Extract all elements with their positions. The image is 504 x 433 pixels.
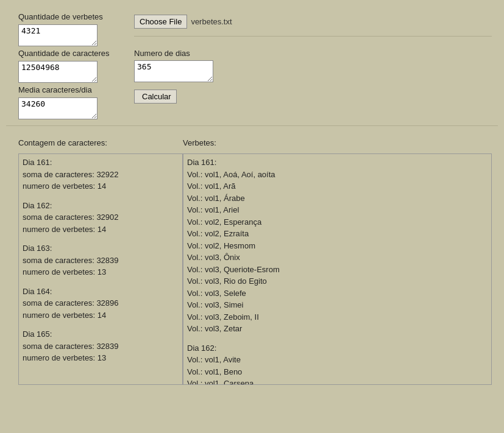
- verbete-entry: Vol.: vol1, Carsena: [187, 378, 488, 385]
- day-block-right: Dia 162:Vol.: vol1, AviteVol.: vol1, Ben…: [187, 342, 488, 385]
- day-header: Dia 165:: [23, 328, 179, 340]
- numero: numero de verbetes: 14: [23, 309, 179, 322]
- file-name-display: verbetes.txt: [191, 17, 232, 26]
- day-block-left: Dia 164:soma de caracteres: 32896numero …: [23, 286, 179, 322]
- media-input[interactable]: [18, 97, 98, 119]
- verbete-entry: Vol.: vol3, Ônix: [187, 252, 488, 264]
- soma: soma de caracteres: 32902: [23, 211, 179, 224]
- top-section: Quantidade de verbetes Quantidade de car…: [6, 6, 498, 126]
- day-block-left: Dia 162:soma de caracteres: 32902numero …: [23, 200, 179, 236]
- verbete-entry: Vol.: vol3, Queriote-Esrom: [187, 264, 488, 276]
- left-inputs: Quantidade de verbetes Quantidade de car…: [18, 12, 122, 119]
- verbete-entry: Vol.: vol3, Selefe: [187, 287, 488, 300]
- bottom-section: Contagem de caracteres: Dia 161:soma de …: [6, 132, 498, 391]
- day-block-left: Dia 163:soma de caracteres: 32839numero …: [23, 242, 179, 278]
- quantidade-verbetes-input[interactable]: [18, 24, 98, 46]
- quantidade-caracteres-label: Quantidade de caracteres: [18, 49, 122, 58]
- verbete-entry: Vol.: vol1, Avite: [187, 354, 488, 366]
- verbete-entry: Vol.: vol3, Rio do Egito: [187, 275, 488, 287]
- calcular-button[interactable]: Calcular: [134, 90, 177, 104]
- verbete-entry: Vol.: vol2, Esperança: [187, 216, 488, 228]
- right-section: Choose File verbetes.txt Numero de dias …: [134, 12, 492, 119]
- soma: soma de caracteres: 32839: [23, 255, 179, 267]
- day-header: Dia 162:: [187, 342, 488, 354]
- numero-dias-input[interactable]: [134, 60, 213, 82]
- right-col: Verbetes: Dia 161:Vol.: vol1, Aoá, Aoí, …: [183, 138, 492, 385]
- contagem-scroll[interactable]: Dia 161:soma de caracteres: 32922numero …: [18, 153, 183, 385]
- numero: numero de verbetes: 14: [23, 224, 179, 236]
- numero: numero de verbetes: 13: [23, 352, 179, 364]
- quantidade-verbetes-label: Quantidade de verbetes: [18, 12, 122, 21]
- day-header: Dia 164:: [23, 286, 179, 298]
- numero-dias-label: Numero de dias: [134, 49, 492, 58]
- verbete-entry: Vol.: vol2, Hesmom: [187, 240, 488, 252]
- verbetes-scroll[interactable]: Dia 161:Vol.: vol1, Aoá, Aoí, aoítaVol.:…: [183, 153, 492, 385]
- file-divider: [134, 36, 492, 37]
- numero: numero de verbetes: 13: [23, 266, 179, 278]
- verbete-entry: Vol.: vol3, Zeboim, II: [187, 311, 488, 323]
- verbete-entry: Vol.: vol3, Simei: [187, 299, 488, 311]
- day-block-left: Dia 161:soma de caracteres: 32922numero …: [23, 157, 179, 192]
- dias-section: Numero de dias: [134, 46, 492, 82]
- day-block-right: Dia 161:Vol.: vol1, Aoá, Aoí, aoítaVol.:…: [187, 157, 488, 335]
- day-header: Dia 163:: [23, 242, 179, 255]
- day-block-left: Dia 165:soma de caracteres: 32839numero …: [23, 328, 179, 364]
- day-header: Dia 161:: [23, 157, 179, 169]
- media-label: Media caracteres/dia: [18, 85, 122, 94]
- day-header: Dia 161:: [187, 157, 488, 169]
- soma: soma de caracteres: 32922: [23, 169, 179, 181]
- quantidade-caracteres-input[interactable]: [18, 61, 98, 83]
- choose-file-button[interactable]: Choose File: [134, 15, 187, 29]
- contagem-title: Contagem de caracteres:: [18, 138, 183, 147]
- verbete-entry: Vol.: vol1, Beno: [187, 366, 488, 378]
- numero: numero de verbetes: 14: [23, 180, 179, 192]
- verbete-entry: Vol.: vol1, Arã: [187, 180, 488, 192]
- soma: soma de caracteres: 32896: [23, 297, 179, 309]
- verbete-entry: Vol.: vol1, Ariel: [187, 204, 488, 216]
- day-header: Dia 162:: [23, 200, 179, 212]
- file-row: Choose File verbetes.txt: [134, 12, 492, 29]
- left-col: Contagem de caracteres: Dia 161:soma de …: [18, 138, 183, 385]
- verbete-entry: Vol.: vol3, Zetar: [187, 323, 488, 335]
- soma: soma de caracteres: 32839: [23, 340, 179, 353]
- verbetes-title: Verbetes:: [183, 138, 492, 147]
- verbete-entry: Vol.: vol1, Árabe: [187, 192, 488, 205]
- verbete-entry: Vol.: vol2, Ezraíta: [187, 228, 488, 240]
- verbete-entry: Vol.: vol1, Aoá, Aoí, aoíta: [187, 169, 488, 181]
